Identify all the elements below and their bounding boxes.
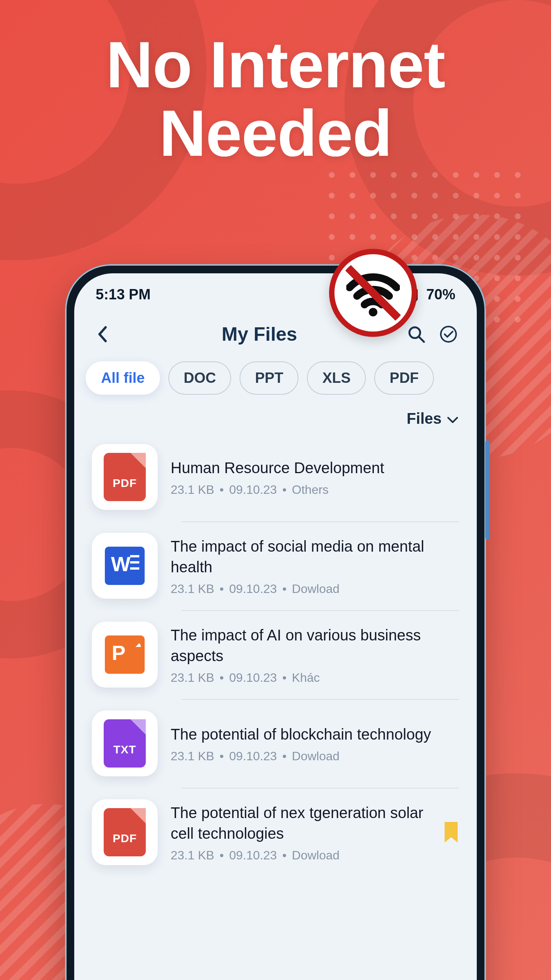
- file-size: 23.1 KB: [171, 671, 214, 684]
- file-row[interactable]: PDFThe potential of nex tgeneration sola…: [74, 788, 477, 877]
- filter-chip-pdf[interactable]: PDF: [374, 361, 434, 395]
- file-meta: 23.1 KB•09.10.23•Khác: [171, 671, 459, 685]
- filter-chip-all-file[interactable]: All file: [86, 361, 160, 395]
- svg-point-5: [441, 327, 456, 342]
- file-meta: 23.1 KB•09.10.23•Dowload: [171, 582, 459, 596]
- bookmark-icon[interactable]: [443, 821, 459, 843]
- file-title: The impact of social media on mental hea…: [171, 536, 459, 577]
- sort-dropdown[interactable]: Files: [74, 398, 477, 430]
- status-battery-pct: 70%: [426, 286, 455, 303]
- filter-chip-ppt[interactable]: PPT: [240, 361, 298, 395]
- file-folder: Others: [292, 483, 329, 497]
- ppt-file-icon: [92, 622, 158, 688]
- file-size: 23.1 KB: [171, 582, 214, 596]
- select-button[interactable]: [438, 323, 459, 345]
- filter-chip-row: All fileDOCPPTXLSPDF: [74, 349, 477, 398]
- file-size: 23.1 KB: [171, 483, 214, 497]
- filter-chip-xls[interactable]: XLS: [307, 361, 366, 395]
- file-meta: 23.1 KB•09.10.23•Dowload: [171, 749, 459, 763]
- back-icon: [96, 326, 109, 343]
- file-date: 09.10.23: [229, 848, 277, 862]
- file-title: The impact of AI on various business asp…: [171, 625, 459, 666]
- file-title: The potential of nex tgeneration solar c…: [171, 802, 430, 844]
- phone-screen: 5:13 PM 70% My Files: [74, 273, 477, 980]
- page-title: My Files: [222, 323, 297, 345]
- sort-label: Files: [407, 410, 442, 427]
- chevron-down-icon: [447, 410, 458, 427]
- file-folder: Dowload: [292, 749, 340, 763]
- file-date: 09.10.23: [229, 582, 277, 596]
- file-title: The potential of blockchain technology: [171, 724, 459, 745]
- promo-headline: No Internet Needed: [0, 31, 551, 167]
- file-row[interactable]: The impact of AI on various business asp…: [74, 610, 477, 699]
- no-wifi-icon: [329, 249, 417, 337]
- file-folder: Dowload: [292, 848, 340, 862]
- file-date: 09.10.23: [229, 671, 277, 684]
- file-row[interactable]: The impact of social media on mental hea…: [74, 521, 477, 610]
- file-title: Human Resource Development: [171, 457, 459, 478]
- check-circle-icon: [439, 324, 458, 344]
- doc-file-icon: [92, 533, 158, 599]
- file-row[interactable]: TXTThe potential of blockchain technolog…: [74, 699, 477, 788]
- file-row[interactable]: PDFHuman Resource Development23.1 KB•09.…: [74, 433, 477, 521]
- search-icon: [406, 324, 426, 344]
- file-folder: Dowload: [292, 582, 340, 596]
- back-button[interactable]: [92, 323, 113, 345]
- txt-file-icon: TXT: [92, 710, 158, 776]
- phone-frame: 5:13 PM 70% My Files: [65, 264, 486, 980]
- search-button[interactable]: [406, 323, 427, 345]
- file-date: 09.10.23: [229, 483, 277, 497]
- file-folder: Khác: [292, 671, 320, 684]
- pdf-file-icon: PDF: [92, 799, 158, 865]
- filter-chip-doc[interactable]: DOC: [168, 361, 231, 395]
- file-date: 09.10.23: [229, 749, 277, 763]
- pdf-file-icon: PDF: [92, 444, 158, 510]
- file-meta: 23.1 KB•09.10.23•Others: [171, 483, 459, 497]
- file-list: PDFHuman Resource Development23.1 KB•09.…: [74, 430, 477, 877]
- status-time: 5:13 PM: [96, 286, 151, 303]
- power-button: [485, 440, 490, 540]
- file-size: 23.1 KB: [171, 848, 214, 862]
- file-meta: 23.1 KB•09.10.23•Dowload: [171, 848, 430, 862]
- file-size: 23.1 KB: [171, 749, 214, 763]
